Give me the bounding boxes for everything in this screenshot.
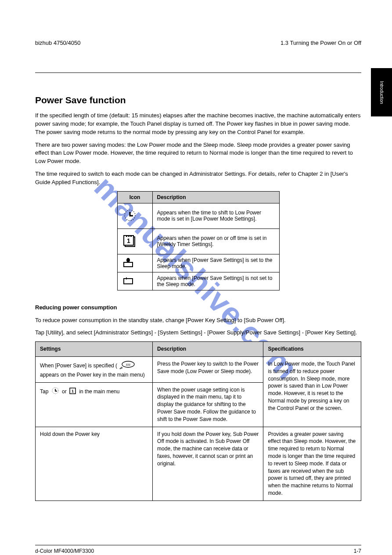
footer-rule: [35, 545, 361, 545]
svg-text:1: 1: [127, 237, 130, 244]
power-save-active-desc: Appears when [Power Save Settings] is se…: [152, 254, 279, 272]
row1-description: Press the Power key to switch to the Pow…: [153, 357, 263, 383]
table2-header-description: Description: [153, 342, 263, 357]
power-save-title: Power Save function: [35, 95, 361, 105]
row1-settings-suffix: appears on the Power key in the main men…: [40, 372, 145, 378]
row2-settings: Tap or 1 in the main menu: [36, 382, 153, 427]
header-rule: [35, 73, 361, 73]
row3-settings: Hold down the Power key: [36, 427, 153, 501]
calendar-icon-desc: Appears when the power on or off time is…: [152, 229, 279, 254]
row2-suffix: in the main menu: [79, 388, 119, 394]
power-save-inactive-desc: Appears when [Power Save Settings] is no…: [152, 272, 279, 290]
clock-icon-desc: Appears when the time to shift to Low Po…: [152, 203, 279, 229]
footer-product: d-Color MF4000/MF3300: [35, 548, 94, 554]
row3-specifications: Provides a greater power saving effect t…: [263, 427, 361, 501]
calendar-icon: 1: [122, 233, 137, 248]
table2-header-settings: Settings: [36, 342, 153, 357]
svg-point-13: [121, 367, 122, 369]
svg-rect-7: [124, 262, 133, 267]
table1-header-icon: Icon: [117, 191, 152, 203]
power-save-p2: There are two power saving modes: the Lo…: [35, 141, 361, 166]
svg-rect-9: [124, 279, 133, 284]
power-save-active-icon-cell: [117, 254, 152, 272]
row2-mid: or: [62, 388, 68, 394]
power-save-active-icon: [122, 257, 134, 268]
calendar-icon-cell: 1: [117, 229, 152, 254]
zzz-bubble-icon: zzz: [119, 360, 135, 371]
power-save-p3: The time required to switch to each mode…: [35, 170, 361, 187]
header-product: bizhub 4750/4050: [35, 40, 80, 46]
clock-icon-cell: [117, 203, 152, 229]
reducing-power-intro: To reduce power consumption in the stand…: [35, 316, 361, 325]
row3-description: If you hold down the Power key, Sub Powe…: [153, 427, 263, 501]
power-key-settings-table: Settings Description Specifications When…: [35, 341, 361, 501]
icon-description-table: Icon Description Appears when the time t…: [117, 191, 280, 290]
clock-small-icon: [51, 386, 60, 397]
svg-rect-3: [126, 236, 127, 237]
svg-point-8: [126, 258, 130, 262]
reducing-power-subtitle: Reducing power consumption: [35, 304, 361, 312]
svg-text:zzz: zzz: [126, 363, 131, 366]
row2-prefix: Tap: [40, 388, 50, 394]
table2-header-specifications: Specifications: [263, 342, 361, 357]
calendar-small-icon: 1: [69, 387, 77, 397]
page-content: bizhub 4750/4050 1.3 Turning the Power O…: [0, 0, 392, 555]
table1-header-desc: Description: [152, 191, 279, 203]
row1-2-specifications: In Low Power mode, the Touch Panel is tu…: [263, 357, 361, 427]
clock-icon: [122, 207, 138, 223]
footer-page-number: 1-7: [354, 548, 361, 554]
row1-settings: When [Power Save] is specified ( zzz app…: [36, 357, 153, 383]
power-save-p1: If the specified length of time (default…: [35, 112, 361, 137]
page-footer: d-Color MF4000/MF3300 1-7: [35, 548, 361, 554]
svg-rect-5: [130, 236, 132, 237]
svg-point-14: [120, 368, 121, 369]
reducing-power-intro2: Tap [Utility], and select [Administrator…: [35, 329, 361, 337]
svg-rect-4: [128, 236, 129, 237]
power-save-inactive-icon: [122, 276, 134, 285]
svg-text:1: 1: [72, 389, 74, 393]
power-save-inactive-icon-cell: [117, 272, 152, 290]
chapter-tab: Introduction: [371, 68, 392, 116]
page-header: bizhub 4750/4050 1.3 Turning the Power O…: [35, 40, 361, 46]
header-section: 1.3 Turning the Power On or Off: [281, 40, 361, 46]
chapter-tab-label: Introduction: [379, 81, 384, 104]
row2-description: When the power usage setting icon is dis…: [153, 382, 263, 427]
row1-settings-prefix: When [Power Save] is specified (: [40, 363, 117, 369]
